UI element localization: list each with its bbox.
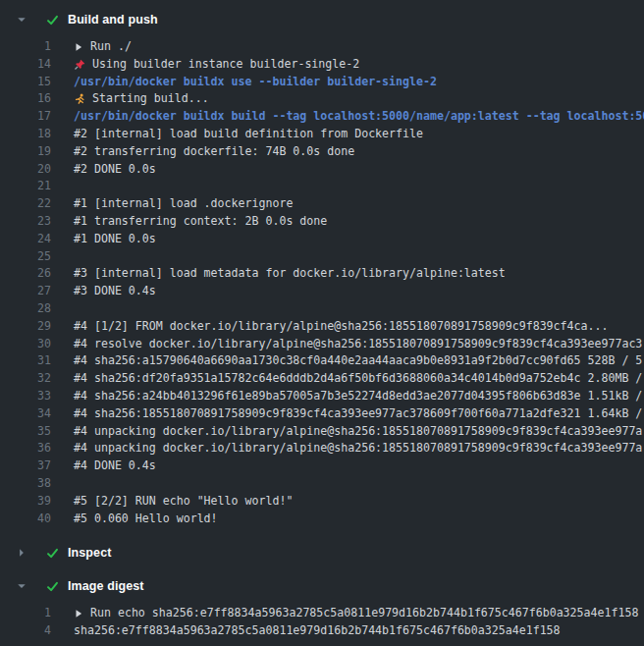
line-number[interactable]: 4	[0, 622, 51, 640]
log-text-content: sha256:e7ff8834a5963a2785c5a0811e979d16b…	[74, 622, 561, 640]
log-text: #4 sha256:a24bb4013296f61e89ba57005a7b3e…	[51, 388, 644, 405]
line-number[interactable]: 24	[0, 231, 51, 248]
line-number[interactable]: 35	[0, 423, 51, 441]
step-inspect: Inspect	[0, 543, 644, 563]
play-icon[interactable]	[74, 609, 83, 619]
log-text: #2 DONE 0.0s	[51, 161, 644, 179]
log-text-content: #2 [internal] load build definition from…	[74, 126, 423, 143]
line-number[interactable]: 40	[0, 511, 51, 528]
log-text-content: #3 [internal] load metadata for docker.i…	[74, 265, 506, 283]
step-header-image-digest[interactable]: Image digest	[0, 576, 644, 596]
line-number[interactable]: 1	[0, 38, 51, 56]
log-line: 1Run echo sha256:e7ff8834a5963a2785c5a08…	[0, 605, 644, 622]
step-title: Image digest	[68, 579, 144, 593]
line-number[interactable]: 30	[0, 336, 51, 353]
log-text-content: #4 sha256:185518070891758909c9f839cf4ca3…	[74, 405, 642, 423]
log-line: 20#2 DONE 0.0s	[0, 161, 644, 179]
log-text: #5 0.060 Hello world!	[51, 511, 644, 528]
log-text: #4 resolve docker.io/library/alpine@sha2…	[51, 336, 644, 353]
log-block: 1Run echo sha256:e7ff8834a5963a2785c5a08…	[0, 605, 644, 640]
log-text: sha256:e7ff8834a5963a2785c5a0811e979d16b…	[51, 622, 644, 640]
line-number[interactable]: 1	[0, 605, 51, 622]
log-text	[51, 178, 644, 195]
log-line: 35#4 unpacking docker.io/library/alpine@…	[0, 423, 644, 441]
log-text-content: #4 [1/2] FROM docker.io/library/alpine@s…	[74, 318, 608, 336]
line-number[interactable]: 25	[0, 248, 51, 266]
line-number[interactable]: 31	[0, 352, 51, 370]
step-header-inspect[interactable]: Inspect	[0, 543, 644, 563]
line-number[interactable]: 39	[0, 493, 51, 511]
pin-icon	[74, 59, 85, 71]
log-text: Using builder instance builder-single-2	[51, 56, 644, 74]
play-icon[interactable]	[74, 42, 83, 52]
log-line: 39#5 [2/2] RUN echo "Hello world!"	[0, 493, 644, 511]
line-number[interactable]: 28	[0, 300, 51, 318]
log-text-content: Using builder instance builder-single-2	[92, 56, 359, 74]
line-number[interactable]: 15	[0, 74, 51, 91]
log-line: 25	[0, 248, 644, 266]
runner-icon	[74, 93, 85, 105]
log-line: 36#4 unpacking docker.io/library/alpine@…	[0, 440, 644, 458]
log-line: 28	[0, 300, 644, 318]
line-number[interactable]: 19	[0, 143, 51, 161]
log-text-content: #1 DONE 0.0s	[74, 231, 156, 248]
log-text: #3 [internal] load metadata for docker.i…	[51, 265, 644, 283]
log-text: #1 [internal] load .dockerignore	[51, 195, 644, 213]
line-number[interactable]: 34	[0, 405, 51, 423]
line-number[interactable]: 37	[0, 458, 51, 475]
line-number[interactable]: 26	[0, 265, 51, 283]
step-title: Inspect	[68, 546, 111, 560]
log-line: 24#1 DONE 0.0s	[0, 231, 644, 248]
log-text-content: Run ./	[90, 38, 132, 56]
log-text: #4 sha256:df20fa9351a15782c64e6dddb2d4a6…	[51, 370, 644, 388]
log-command-text: /usr/bin/docker buildx build --tag local…	[51, 108, 644, 126]
line-number[interactable]: 27	[0, 283, 51, 300]
log-text: #3 DONE 0.4s	[51, 283, 644, 300]
log-text-content: /usr/bin/docker buildx use --builder bui…	[74, 74, 437, 91]
log-line: 14Using builder instance builder-single-…	[0, 56, 644, 74]
log-text-content: Run echo sha256:e7ff8834a5963a2785c5a081…	[90, 605, 638, 622]
log-line: 27#3 DONE 0.4s	[0, 283, 644, 300]
line-number[interactable]: 20	[0, 161, 51, 179]
chevron-down-icon[interactable]	[17, 581, 27, 591]
log-text: #5 [2/2] RUN echo "Hello world!"	[51, 493, 644, 511]
log-text: Starting build...	[51, 90, 644, 108]
line-number[interactable]: 23	[0, 213, 51, 231]
line-number[interactable]: 32	[0, 370, 51, 388]
log-text-content: #2 transferring dockerfile: 74B 0.0s don…	[74, 143, 354, 161]
log-line: 16Starting build...	[0, 90, 644, 108]
log-text: Run echo sha256:e7ff8834a5963a2785c5a081…	[51, 605, 644, 622]
line-number[interactable]: 38	[0, 475, 51, 493]
steps-container: Build and push1Run ./14Using builder ins…	[0, 10, 644, 640]
line-number[interactable]: 14	[0, 56, 51, 74]
line-number[interactable]: 36	[0, 440, 51, 458]
log-text-content: Starting build...	[92, 90, 209, 108]
log-text: #4 unpacking docker.io/library/alpine@sh…	[51, 440, 644, 458]
line-number[interactable]: 22	[0, 195, 51, 213]
log-text: #4 sha256:185518070891758909c9f839cf4ca3…	[51, 405, 644, 423]
log-line: 30#4 resolve docker.io/library/alpine@sh…	[0, 336, 644, 353]
log-line: 17/usr/bin/docker buildx build --tag loc…	[0, 108, 644, 126]
line-number[interactable]: 21	[0, 178, 51, 195]
line-number[interactable]: 16	[0, 90, 51, 108]
log-line: 23#1 transferring context: 2B 0.0s done	[0, 213, 644, 231]
log-line: 22#1 [internal] load .dockerignore	[0, 195, 644, 213]
log-line: 18#2 [internal] load build definition fr…	[0, 126, 644, 143]
chevron-down-icon[interactable]	[17, 15, 27, 25]
step-header-build-and-push[interactable]: Build and push	[0, 10, 644, 29]
log-line: 40#5 0.060 Hello world!	[0, 511, 644, 528]
line-number[interactable]: 29	[0, 318, 51, 336]
line-number[interactable]: 18	[0, 126, 51, 143]
log-line: 19#2 transferring dockerfile: 74B 0.0s d…	[0, 143, 644, 161]
log-command-text: /usr/bin/docker buildx use --builder bui…	[51, 74, 644, 91]
log-text-content: #2 DONE 0.0s	[74, 161, 156, 179]
log-text-content: #5 [2/2] RUN echo "Hello world!"	[74, 493, 293, 511]
line-number[interactable]: 17	[0, 108, 51, 126]
step-build-and-push: Build and push1Run ./14Using builder ins…	[0, 10, 644, 527]
log-text: #4 [1/2] FROM docker.io/library/alpine@s…	[51, 318, 644, 336]
log-text	[51, 475, 644, 493]
line-number[interactable]: 33	[0, 388, 51, 405]
chevron-right-icon[interactable]	[17, 548, 27, 558]
log-text	[51, 248, 644, 266]
log-text	[51, 300, 644, 318]
